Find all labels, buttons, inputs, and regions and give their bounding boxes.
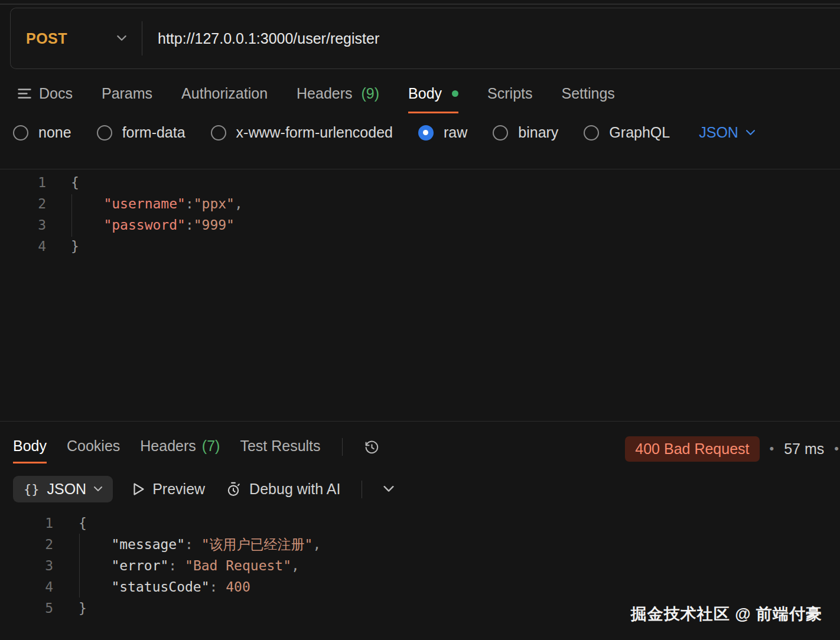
response-format-dropdown[interactable]: {} JSON [13, 476, 113, 502]
code-text: { [46, 172, 79, 193]
raw-format-dropdown[interactable]: JSON [699, 124, 755, 141]
radio-x-www-form-urlencoded[interactable]: x-www-form-urlencoded [211, 124, 393, 141]
code-line: 2 "username":"ppx", [0, 193, 840, 214]
radio-binary[interactable]: binary [493, 124, 558, 141]
tab-label: Authorization [181, 85, 268, 102]
tab-headers[interactable]: Headers (9) [297, 81, 379, 113]
headers-count-badge: (9) [362, 85, 380, 102]
code-line: 3 "error": "Bad Request", [0, 555, 840, 576]
radio-graphql[interactable]: GraphQL [584, 124, 670, 141]
response-format-label: JSON [47, 481, 87, 498]
request-url-bar: POST [10, 8, 840, 69]
radio-circle-icon [211, 125, 226, 141]
code-text: "statusCode": 400 [53, 576, 250, 597]
radio-none[interactable]: none [13, 124, 71, 141]
tab-label: Params [102, 85, 152, 102]
tab-label: Test Results [240, 437, 320, 455]
response-history-button[interactable] [364, 439, 380, 459]
code-text: } [46, 236, 79, 257]
code-text: } [53, 597, 87, 619]
code-line: 3 "password":"999" [0, 214, 840, 236]
radio-form-data[interactable]: form-data [97, 124, 185, 141]
status-badge: 400 Bad Request [625, 436, 759, 462]
body-modified-dot [452, 90, 458, 97]
code-line: 4 "statusCode": 400 [0, 576, 840, 597]
code-line: 2 "message": "该用户已经注册", [0, 534, 840, 555]
chevron-down-icon [746, 130, 755, 136]
preview-button[interactable]: Preview [133, 481, 205, 498]
tab-settings[interactable]: Settings [562, 81, 615, 113]
tab-authorization[interactable]: Authorization [181, 81, 268, 113]
response-tabs: Body Cookies Headers (7) Test Results [13, 435, 380, 463]
radio-circle-icon [584, 125, 599, 141]
response-section-divider [0, 421, 840, 422]
line-number: 4 [0, 236, 46, 257]
radio-circle-icon [13, 125, 28, 141]
tab-scripts[interactable]: Scripts [487, 81, 532, 113]
response-tab-test-results[interactable]: Test Results [240, 434, 320, 463]
radio-label: raw [444, 124, 467, 141]
response-tab-cookies[interactable]: Cookies [67, 434, 120, 463]
tab-docs[interactable]: Docs [18, 81, 73, 113]
divider [362, 481, 362, 498]
tab-params[interactable]: Params [102, 81, 152, 113]
indent-guide [79, 534, 80, 597]
code-text: "error": "Bad Request", [53, 555, 299, 576]
separator-dot: • [770, 441, 774, 456]
radio-circle-icon [97, 125, 112, 141]
indent-guide [71, 194, 72, 237]
debug-with-ai-button[interactable]: Debug with AI [225, 481, 340, 498]
code-line: 1{ [0, 512, 840, 534]
raw-format-label: JSON [699, 124, 738, 141]
code-line: 1{ [0, 172, 840, 193]
tab-label: Cookies [67, 437, 120, 455]
history-icon [364, 439, 380, 455]
debug-ai-label: Debug with AI [249, 481, 340, 498]
method-label: POST [26, 30, 67, 47]
panel-top-border [0, 4, 840, 5]
response-body-code: 1{2 "message": "该用户已经注册",3 "error": "Bad… [0, 512, 840, 619]
url-input[interactable] [142, 30, 840, 47]
docs-icon [18, 88, 31, 99]
radio-raw[interactable]: raw [418, 124, 467, 141]
line-number: 5 [0, 597, 53, 619]
radio-selected-icon [418, 125, 434, 141]
line-number: 2 [0, 193, 46, 214]
braces-icon: {} [24, 482, 40, 497]
code-text: "username":"ppx", [46, 193, 243, 214]
tab-label: Body [13, 437, 47, 455]
divider [342, 438, 343, 456]
tab-label: Docs [39, 85, 73, 102]
radio-circle-icon [493, 125, 508, 141]
line-number: 2 [0, 534, 53, 555]
line-number: 3 [0, 555, 53, 576]
radio-label: GraphQL [609, 124, 670, 141]
chevron-down-icon [94, 486, 102, 492]
response-toolbar: {} JSON Preview Debug with AI [13, 476, 394, 502]
request-body-editor[interactable]: 1{2 "username":"ppx",3 "password":"999"4… [0, 169, 840, 421]
tab-label: Settings [562, 85, 615, 102]
chevron-down-icon [117, 35, 126, 41]
code-text: "password":"999" [46, 214, 235, 236]
separator-dot: • [834, 441, 839, 456]
radio-label: x-www-form-urlencoded [236, 124, 393, 141]
response-tab-body[interactable]: Body [13, 434, 47, 463]
response-tab-headers[interactable]: Headers (7) [140, 434, 220, 463]
tab-label: Headers [297, 85, 353, 102]
tab-body[interactable]: Body [408, 81, 458, 113]
debug-ai-icon [225, 481, 242, 498]
headers-count-badge: (7) [202, 437, 220, 455]
body-type-selector: none form-data x-www-form-urlencoded raw… [13, 124, 755, 141]
method-dropdown[interactable]: POST [11, 8, 142, 68]
line-number: 3 [0, 214, 46, 236]
tab-label: Scripts [487, 85, 532, 102]
line-number: 4 [0, 576, 53, 597]
response-more-actions-chevron[interactable] [383, 486, 394, 492]
line-number: 1 [0, 172, 46, 193]
radio-label: form-data [122, 124, 185, 141]
request-tabs: Docs Params Authorization Headers (9) Bo… [18, 81, 615, 113]
response-status-cluster: 400 Bad Request • 57 ms • [625, 435, 839, 463]
radio-label: binary [518, 124, 558, 141]
tab-label: Headers [140, 437, 196, 455]
code-text: "message": "该用户已经注册", [53, 534, 321, 555]
